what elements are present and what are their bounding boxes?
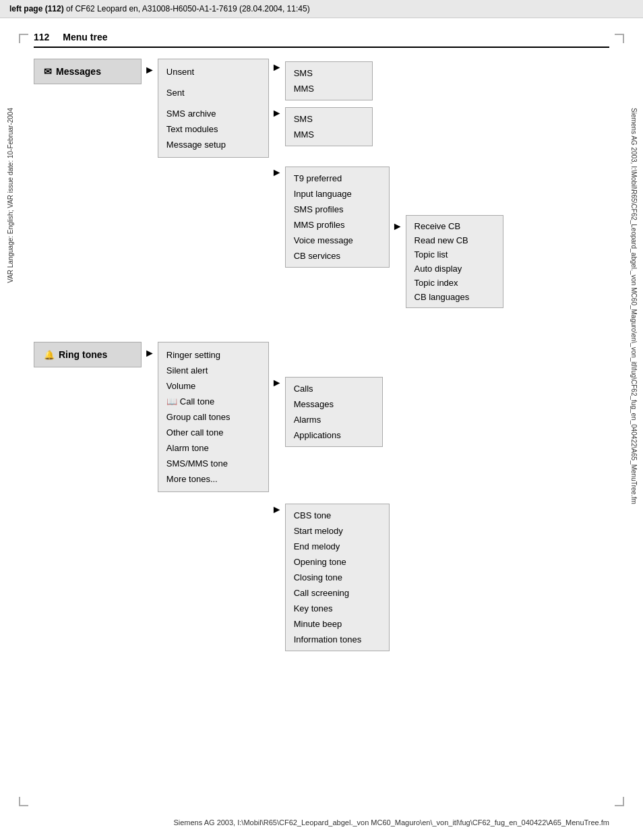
messages-arrow: ►: [142, 64, 158, 76]
sub-item: Messages: [294, 397, 374, 411]
sub-item: CB services: [294, 249, 381, 263]
submenu-item: SMS archive: [166, 107, 260, 121]
ringtones-submenu: Ringer setting Silent alert Volume 📖 Cal…: [158, 342, 269, 492]
sub-item: Key tones: [294, 601, 381, 616]
moretones-arrow: ►: [269, 504, 285, 516]
sub-item: Voice message: [294, 233, 381, 247]
msgsetup-sub: T9 preferred Input language SMS profiles…: [285, 167, 390, 268]
cb-item: Topic index: [415, 276, 495, 289]
submenu-item: More tones...: [166, 472, 260, 486]
sub-item: MMS: [294, 127, 364, 142]
messages-label: Messages: [56, 66, 101, 77]
page-number: 112: [34, 32, 49, 42]
submenu-item: Message setup: [166, 138, 260, 152]
header-bold: left page (112): [9, 4, 64, 13]
unsent-sub: SMS MMS: [285, 61, 373, 100]
sub-item: Call screening: [294, 586, 381, 600]
book-icon: 📖: [166, 396, 177, 407]
cb-item: CB languages: [415, 291, 495, 303]
page-heading: 112 Menu tree: [34, 32, 609, 48]
sub-item: MMS profiles: [294, 218, 381, 232]
menu-tree: ✉ Messages ► Unsent Sent SMS archive Tex…: [34, 59, 609, 651]
sent-sub: SMS MMS: [285, 107, 373, 146]
sub-item: CBS tone: [294, 508, 381, 522]
submenu-item: SMS/MMS tone: [166, 456, 260, 471]
sub-item: Closing tone: [294, 570, 381, 584]
submenu-item: Group call tones: [166, 410, 260, 424]
cb-services-sub: Receive CB Read new CB Topic list Auto d…: [406, 215, 503, 308]
submenu-item: Alarm tone: [166, 441, 260, 455]
sub-item: Information tones: [294, 632, 381, 647]
sub-item: SMS profiles: [294, 202, 381, 216]
messages-submenu: Unsent Sent SMS archive Text modules Mes…: [158, 59, 269, 158]
sub-item: T9 preferred: [294, 171, 381, 185]
sub-item: Opening tone: [294, 555, 381, 569]
moretones-sub: CBS tone Start melody End melody Opening…: [285, 504, 390, 651]
cb-item: Auto display: [415, 262, 495, 275]
side-text-right: Siemens AG 2003, I:\Mobil\R65\CF62_Leopa…: [630, 108, 638, 504]
page-content: 112 Menu tree ✉ Messages ► Unsent Sent S…: [27, 18, 616, 665]
ringtones-row: 🔔 Ring tones ► Ringer setting Silent ale…: [34, 342, 609, 651]
ringtones-label: Ring tones: [59, 349, 107, 360]
cbservices-arrow: ►: [390, 220, 406, 233]
sent-arrow: ►: [269, 107, 285, 119]
submenu-item: Ringer setting: [166, 348, 260, 362]
submenu-item: Text modules: [166, 122, 260, 136]
ringtones-main-arrow: ►: [142, 347, 158, 359]
sub-item: Alarms: [294, 413, 374, 427]
sub-item: Applications: [294, 428, 374, 442]
messages-category: ✉ Messages: [34, 59, 142, 84]
calltone-sub: Calls Messages Alarms Applications: [285, 377, 383, 447]
sub-item: SMS: [294, 112, 364, 126]
submenu-item: Volume: [166, 379, 260, 393]
bottom-footer: Siemens AG 2003, I:\Mobil\R65\CF62_Leopa…: [173, 818, 609, 827]
submenu-item: Unsent: [166, 65, 260, 79]
sub-item: Calls: [294, 382, 374, 396]
messages-icon: ✉: [44, 66, 52, 77]
ringtones-category: 🔔 Ring tones: [34, 342, 142, 367]
msgsetup-arrow: ►: [269, 167, 285, 179]
cb-item: Receive CB: [415, 220, 495, 233]
cb-item: Read new CB: [415, 234, 495, 247]
submenu-item: 📖 Call tone: [166, 394, 260, 409]
page-header-bar: left page (112) of CF62 Leopard en, A310…: [0, 0, 643, 18]
messages-row: ✉ Messages ► Unsent Sent SMS archive Tex…: [34, 59, 609, 308]
sub-item: Start melody: [294, 524, 381, 538]
ringtones-icon: 🔔: [44, 350, 55, 360]
page-title: Menu tree: [63, 32, 107, 42]
sub-item: Input language: [294, 187, 381, 201]
submenu-item: Silent alert: [166, 363, 260, 378]
submenu-item: Other call tone: [166, 425, 260, 440]
submenu-item: Sent: [166, 86, 260, 100]
header-rest: of CF62 Leopard en, A31008-H6050-A1-1-76…: [64, 4, 310, 13]
calltone-arrow: ►: [269, 377, 285, 389]
sub-item: SMS: [294, 66, 364, 80]
unsent-arrow: ►: [269, 61, 285, 73]
sub-item: End melody: [294, 539, 381, 553]
side-text-left: VAR Language: English; VAR issue date: 1…: [7, 108, 14, 283]
sub-item: MMS: [294, 82, 364, 96]
cb-item: Topic list: [415, 248, 495, 261]
sub-item: Minute beep: [294, 617, 381, 631]
footer-text: Siemens AG 2003, I:\Mobil\R65\CF62_Leopa…: [173, 818, 609, 827]
